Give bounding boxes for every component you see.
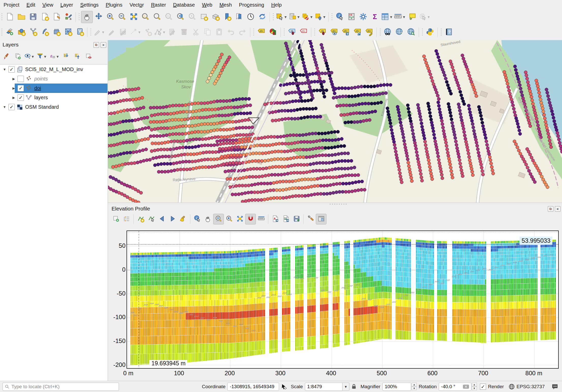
pan-profile-button[interactable] [202,214,213,224]
coordinate-input[interactable]: -1308915, 16549349 [227,383,279,391]
cut-features-button[interactable] [190,26,202,38]
measure-button[interactable]: ▼ [394,11,407,23]
float-panel-icon[interactable]: ⧉ [93,42,99,48]
close-panel-icon[interactable]: ✕ [555,206,560,212]
map-canvas[interactable]: KasmoseSkovRøjle NynaveHedegårdsvejRøjle… [108,40,562,203]
zoom-to-selection-button[interactable] [151,11,163,23]
layer-visibility-checkbox[interactable]: ✓ [18,94,24,101]
layer-tree-item-osm-standard[interactable]: ▼✓OSM Standard [0,102,107,112]
highlight-pinned-labels-button[interactable]: abc [328,26,340,38]
spin-down-icon[interactable]: ▼ [472,386,477,390]
layer-labeling-button[interactable]: abc [256,26,267,38]
collapse-all-button[interactable] [72,51,83,62]
chevron-down-icon[interactable]: ▼ [2,105,7,109]
select-by-value-button[interactable]: ▼ [288,11,301,23]
vertex-tool-button[interactable]: ▼ [154,26,167,38]
pin-labels-button[interactable]: ab [317,26,328,38]
toolbar-grip[interactable] [272,13,274,21]
zoom-in-profile-button[interactable] [224,214,235,224]
zoom-in-button[interactable] [104,11,116,23]
add-layers-button[interactable] [111,214,121,224]
toggle-editing-button[interactable] [106,26,117,38]
new-shapefile-layer-button[interactable] [27,26,39,38]
current-edits-button[interactable]: ▼ [93,26,106,38]
toolbar-grip[interactable] [1,28,3,37]
select-by-location-button[interactable]: ▼ [314,11,327,23]
manage-map-themes-button[interactable]: ▼ [24,51,35,62]
layer-tree-item-sci5-i02-m-l-mod-inv[interactable]: ▼✓SCI5_I02_M_L_MOD_inv [0,65,107,74]
new-virtual-layer-button[interactable] [74,26,86,38]
layer-tree-item-points[interactable]: ▶points [0,74,107,84]
chevron-right-icon[interactable]: ▶ [11,86,16,90]
nudge-left-button[interactable] [157,214,167,224]
menu-settings[interactable]: Settings [77,1,102,9]
chevron-down-icon[interactable]: ▼ [2,68,7,71]
labeling-options-button[interactable]: ab [286,26,298,38]
spin-up-icon[interactable]: ▲ [412,383,417,386]
zoom-native-button[interactable]: 1:1 [163,11,175,23]
refresh-map-button[interactable] [256,11,268,23]
quickmap-download-button[interactable] [394,26,405,38]
deselect-all-button[interactable]: ▼ [301,11,314,23]
menu-database[interactable]: Database [169,1,198,9]
menu-web[interactable]: Web [198,1,216,9]
toolbar-grip[interactable] [421,28,423,37]
delete-selected-button[interactable] [178,26,190,38]
save-profile-button[interactable] [291,214,302,224]
select-features-button[interactable]: ▼ [275,11,288,23]
layer-tree-item-doi[interactable]: ▶✓doi [0,84,107,93]
zoom-full-button[interactable] [128,11,139,23]
add-record-button[interactable] [142,26,154,38]
chevron-down-icon[interactable]: ▼ [162,30,166,34]
move-label-button[interactable]: abc [340,26,352,38]
temporal-controller-button[interactable] [245,11,256,23]
locator-bar[interactable]: Type to locate (Ctrl+K) [3,383,119,391]
elevation-plot[interactable]: 19.693945 m 53.995033 [127,231,559,369]
show-statistics-button[interactable]: Σ [369,11,381,23]
filter-by-expression-button[interactable]: ε▼ [49,51,60,62]
export-pdf-button[interactable]: A [270,214,280,224]
new-geopackage-layer-button[interactable] [15,26,27,38]
layer-tree-item-layers[interactable]: ▶✓layers [0,93,107,102]
zoom-out-button[interactable] [116,11,128,23]
layer-visibility-checkbox[interactable]: ✓ [8,104,15,110]
dock-panel-button[interactable] [316,214,326,224]
toolbar-grip[interactable] [331,13,333,21]
messages-icon[interactable] [551,383,558,390]
new-project-button[interactable] [4,11,15,23]
layer-diagram-button[interactable] [267,26,279,38]
capture-curve-from-feature-button[interactable] [146,214,157,224]
filter-legend-button[interactable]: ▼ [36,51,48,62]
nudge-right-button[interactable] [167,214,178,224]
toolbar-grip[interactable] [253,28,255,37]
chevron-down-icon[interactable]: ▼ [427,15,430,19]
scale-combo[interactable]: 1:8479 ▼ [305,383,349,391]
layer-visibility-checkbox[interactable]: ✓ [18,85,24,91]
menu-vector[interactable]: Vector [126,1,148,9]
zoom-next-button[interactable] [186,11,198,23]
modify-attributes-button[interactable] [167,26,178,38]
chevron-down-icon[interactable]: ▼ [297,15,300,19]
style-manager-button[interactable]: a [62,11,74,23]
magnifier-spin[interactable]: 100% ▲▼ [382,383,417,391]
menu-layer[interactable]: Layer [57,1,77,9]
show-bookmarks-button[interactable] [233,11,245,23]
new-3d-map-view-button[interactable] [210,11,221,23]
menu-plugins[interactable]: Plugins [102,1,126,9]
redo-button[interactable] [237,26,248,38]
rotation-spin[interactable]: -40.0 ° ✕ ▲▼ [439,383,477,391]
toolbar-grip[interactable] [1,13,3,21]
chevron-down-icon[interactable]: ▼ [310,15,313,19]
rotate-label-button[interactable]: abc [352,26,363,38]
new-mesh-layer-button[interactable] [62,26,74,38]
close-panel-icon[interactable]: ✕ [101,42,106,48]
toolbar-grip[interactable] [314,28,316,37]
snapping-button[interactable] [245,214,256,224]
extent-pointer-icon[interactable] [280,383,287,390]
open-project-button[interactable] [15,11,27,23]
identify-features-button[interactable]: i [334,11,346,23]
zoom-full-profile-button[interactable] [235,214,245,224]
float-panel-icon[interactable]: ⧉ [548,206,553,212]
statistical-summary-button[interactable] [346,11,357,23]
attribute-table-button[interactable]: ▼ [381,11,394,23]
